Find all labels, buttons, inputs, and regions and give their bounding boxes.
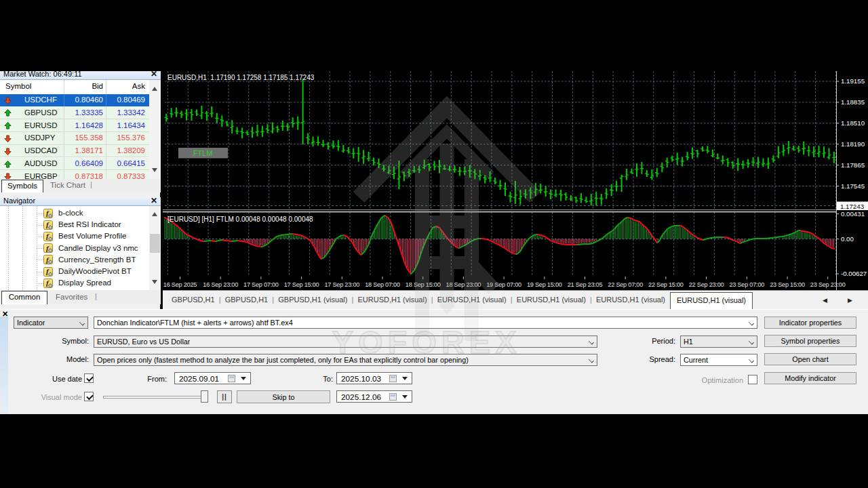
svg-text:1.17865: 1.17865: [841, 161, 865, 169]
svg-text:[EURUSD] [H1] FTLM 0.00048 0.0: [EURUSD] [H1] FTLM 0.00048 0.00048 0.000…: [167, 216, 313, 223]
svg-text:19 Sep 07:00: 19 Sep 07:00: [486, 281, 521, 288]
svg-text:1.18835: 1.18835: [841, 98, 865, 106]
svg-text:0.00: 0.00: [841, 235, 854, 243]
svg-text:-0.00627: -0.00627: [841, 270, 867, 277]
svg-text:1.17243: 1.17243: [840, 203, 864, 210]
svg-text:19 Sep 15:00: 19 Sep 15:00: [527, 281, 562, 288]
svg-text:16 Sep 2025: 16 Sep 2025: [163, 281, 197, 288]
svg-text:22 Sep 23:00: 22 Sep 23:00: [689, 281, 724, 288]
svg-text:23 Sep 23:00: 23 Sep 23:00: [810, 281, 846, 288]
svg-text:18 Sep 07:00: 18 Sep 07:00: [365, 281, 400, 288]
svg-text:22 Sep 07:00: 22 Sep 07:00: [608, 281, 643, 288]
svg-text:22 Sep 15:00: 22 Sep 15:00: [648, 281, 684, 288]
svg-text:16 Sep 23:00: 16 Sep 23:00: [203, 281, 238, 288]
svg-text:18 Sep 15:00: 18 Sep 15:00: [406, 281, 441, 288]
svg-text:23 Sep 15:00: 23 Sep 15:00: [770, 281, 805, 288]
svg-text:23 Sep 07:00: 23 Sep 07:00: [729, 281, 764, 288]
svg-text:18 Sep 23:00: 18 Sep 23:00: [446, 281, 481, 288]
svg-text:FTLM: FTLM: [193, 149, 213, 157]
svg-text:17 Sep 07:00: 17 Sep 07:00: [243, 281, 279, 288]
svg-text:EURUSD,H1 1.17190 1.17258 1.1: EURUSD,H1 1.17190 1.17258 1.17185 1.1724…: [167, 74, 315, 81]
svg-text:17 Sep 23:00: 17 Sep 23:00: [324, 281, 359, 288]
svg-text:21 Sep 23:05: 21 Sep 23:05: [568, 281, 603, 288]
svg-text:0.00431: 0.00431: [841, 210, 865, 218]
svg-text:17 Sep 15:00: 17 Sep 15:00: [284, 281, 319, 288]
svg-text:1.18190: 1.18190: [841, 140, 865, 148]
svg-text:1.18510: 1.18510: [841, 119, 865, 127]
svg-text:1.19155: 1.19155: [841, 77, 865, 85]
svg-text:1.17545: 1.17545: [841, 182, 865, 190]
